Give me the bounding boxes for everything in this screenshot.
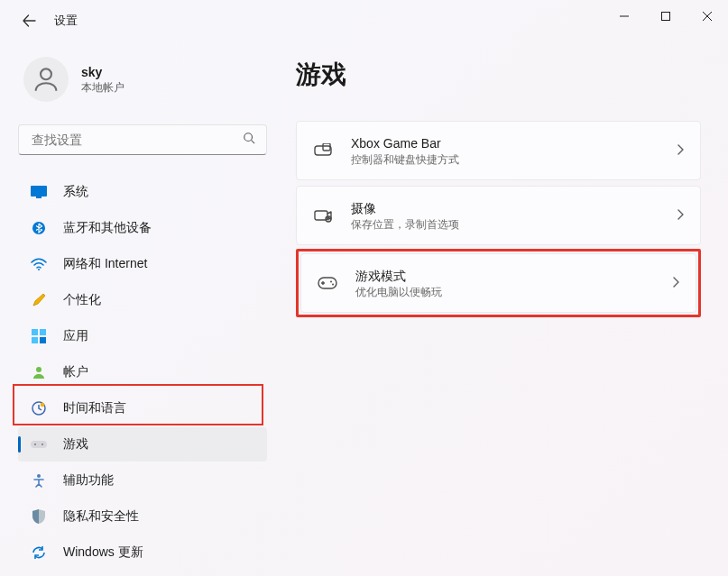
sidebar-item-label: 应用 bbox=[63, 328, 88, 344]
svg-point-16 bbox=[41, 443, 43, 445]
svg-rect-3 bbox=[31, 186, 47, 197]
svg-point-6 bbox=[38, 269, 40, 270]
card-title: 游戏模式 bbox=[355, 268, 654, 284]
sidebar-item-label: 时间和语言 bbox=[63, 400, 126, 416]
sidebar-item-bt[interactable]: 蓝牙和其他设备 bbox=[18, 211, 267, 245]
back-button[interactable] bbox=[20, 12, 38, 30]
card-capture[interactable]: 摄像保存位置，录制首选项 bbox=[296, 186, 701, 245]
settings-window: 设置 sky 本地帐户 系统蓝牙 bbox=[0, 0, 728, 576]
account-sub: 本地帐户 bbox=[81, 80, 124, 95]
sidebar-item-label: 蓝牙和其他设备 bbox=[63, 220, 152, 236]
game-icon bbox=[31, 436, 47, 453]
card-sub: 优化电脑以便畅玩 bbox=[355, 285, 654, 299]
settings-cards: Xbox Game Bar控制器和键盘快捷方式摄像保存位置，录制首选项游戏模式优… bbox=[296, 121, 701, 315]
svg-point-11 bbox=[36, 367, 41, 372]
svg-rect-8 bbox=[40, 329, 46, 335]
access-icon bbox=[31, 472, 47, 489]
svg-rect-0 bbox=[662, 13, 670, 21]
maximize-button[interactable] bbox=[645, 0, 687, 32]
chevron-right-icon bbox=[672, 275, 679, 291]
card-title: 摄像 bbox=[351, 200, 659, 216]
shield-icon bbox=[31, 508, 47, 525]
sidebar-item-apps[interactable]: 应用 bbox=[18, 319, 267, 353]
svg-rect-10 bbox=[40, 337, 46, 343]
window-controls bbox=[604, 0, 728, 32]
sidebar-item-brush[interactable]: 个性化 bbox=[18, 283, 267, 317]
app-title: 设置 bbox=[54, 13, 78, 29]
maximize-icon bbox=[661, 12, 670, 21]
update-icon bbox=[31, 544, 47, 561]
svg-rect-19 bbox=[323, 143, 330, 151]
close-button[interactable] bbox=[687, 0, 728, 32]
card-title: Xbox Game Bar bbox=[351, 135, 659, 151]
svg-rect-4 bbox=[36, 197, 41, 198]
page-title: 游戏 bbox=[296, 58, 701, 92]
card-sub: 保存位置，录制首选项 bbox=[351, 217, 659, 232]
svg-rect-14 bbox=[31, 441, 47, 448]
svg-point-2 bbox=[244, 133, 253, 142]
main: 游戏 Xbox Game Bar控制器和键盘快捷方式摄像保存位置，录制首选项游戏… bbox=[274, 52, 728, 576]
brush-icon bbox=[31, 292, 47, 308]
card-xbox[interactable]: Xbox Game Bar控制器和键盘快捷方式 bbox=[296, 121, 701, 180]
sidebar: sky 本地帐户 系统蓝牙和其他设备网络和 Internet个性化应用帐户时间和… bbox=[0, 52, 274, 576]
card-sub: 控制器和键盘快捷方式 bbox=[351, 152, 659, 167]
svg-point-23 bbox=[330, 281, 332, 283]
sidebar-item-label: 网络和 Internet bbox=[63, 256, 147, 272]
svg-rect-9 bbox=[32, 337, 38, 343]
system-icon bbox=[31, 184, 47, 200]
apps-icon bbox=[31, 328, 47, 344]
sidebar-item-system[interactable]: 系统 bbox=[18, 175, 267, 209]
xbox-icon bbox=[313, 141, 333, 160]
svg-point-17 bbox=[37, 474, 41, 478]
account-text: sky 本地帐户 bbox=[81, 64, 124, 95]
search-box[interactable] bbox=[18, 124, 267, 155]
close-icon bbox=[703, 12, 712, 21]
person-icon bbox=[31, 64, 61, 95]
person-icon bbox=[31, 364, 47, 380]
svg-point-24 bbox=[332, 284, 334, 286]
sidebar-item-person[interactable]: 帐户 bbox=[18, 355, 267, 389]
minimize-icon bbox=[620, 12, 629, 21]
arrow-left-icon bbox=[22, 14, 36, 28]
titlebar: 设置 bbox=[0, 0, 728, 41]
search-icon bbox=[243, 132, 255, 148]
nav: 系统蓝牙和其他设备网络和 Internet个性化应用帐户时间和语言游戏辅助功能隐… bbox=[18, 175, 267, 570]
capture-icon bbox=[313, 206, 333, 225]
card-mode[interactable]: 游戏模式优化电脑以便畅玩 bbox=[300, 253, 696, 313]
card-body: 游戏模式优化电脑以便畅玩 bbox=[355, 268, 654, 299]
sidebar-item-label: 系统 bbox=[63, 184, 88, 200]
account-block[interactable]: sky 本地帐户 bbox=[18, 52, 267, 106]
sidebar-item-access[interactable]: 辅助功能 bbox=[18, 463, 267, 498]
wifi-icon bbox=[31, 256, 47, 272]
sidebar-item-label: 游戏 bbox=[63, 436, 88, 453]
sidebar-item-time[interactable]: 时间和语言 bbox=[18, 391, 267, 425]
content: sky 本地帐户 系统蓝牙和其他设备网络和 Internet个性化应用帐户时间和… bbox=[0, 52, 728, 576]
sidebar-item-label: 隐私和安全性 bbox=[63, 508, 139, 525]
sidebar-item-wifi[interactable]: 网络和 Internet bbox=[18, 247, 267, 281]
svg-rect-7 bbox=[32, 329, 38, 335]
card-body: 摄像保存位置，录制首选项 bbox=[351, 200, 659, 232]
sidebar-item-game[interactable]: 游戏 bbox=[18, 427, 267, 462]
svg-point-15 bbox=[34, 443, 36, 445]
mode-icon bbox=[318, 273, 337, 293]
search-input[interactable] bbox=[30, 132, 243, 148]
sidebar-item-label: 辅助功能 bbox=[63, 472, 114, 489]
minimize-button[interactable] bbox=[604, 0, 645, 32]
sidebar-item-label: 帐户 bbox=[63, 364, 88, 380]
sidebar-item-shield[interactable]: 隐私和安全性 bbox=[18, 499, 267, 534]
account-name: sky bbox=[81, 64, 124, 80]
svg-point-1 bbox=[41, 69, 51, 79]
avatar bbox=[23, 57, 69, 102]
annotation-highlight-card: 游戏模式优化电脑以便畅玩 bbox=[296, 249, 701, 317]
time-icon bbox=[31, 400, 47, 416]
sidebar-item-update[interactable]: Windows 更新 bbox=[18, 535, 267, 570]
card-body: Xbox Game Bar控制器和键盘快捷方式 bbox=[351, 135, 659, 167]
chevron-right-icon bbox=[677, 207, 684, 224]
sidebar-item-label: 个性化 bbox=[63, 292, 101, 308]
svg-point-13 bbox=[41, 403, 45, 407]
chevron-right-icon bbox=[677, 142, 684, 159]
bt-icon bbox=[31, 220, 47, 236]
sidebar-item-label: Windows 更新 bbox=[63, 544, 143, 561]
